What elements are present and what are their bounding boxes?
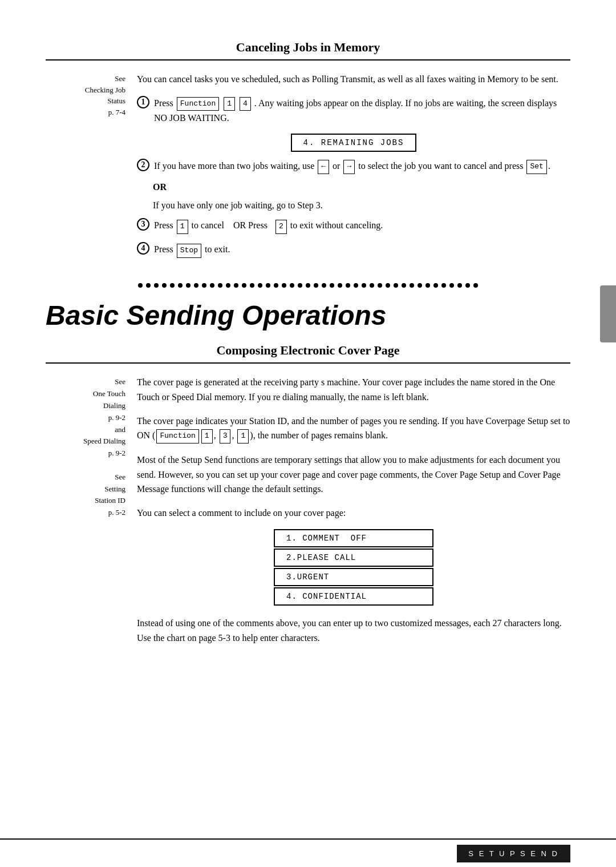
dot — [362, 283, 366, 288]
dotted-separator — [0, 277, 616, 293]
set-key: Set — [526, 160, 546, 174]
dot — [457, 283, 462, 288]
composing-section: Composing Electronic Cover Page See One … — [0, 343, 616, 666]
step-2-content: If you have more than two jobs waiting, … — [154, 159, 550, 174]
key-3-p2: 3 — [220, 429, 231, 443]
cs-stationid: Station ID — [46, 495, 125, 507]
dot — [449, 283, 454, 288]
dot — [346, 283, 350, 288]
dot — [322, 283, 326, 288]
composing-content: See One Touch Dialing p. 9-2 and Speed D… — [46, 375, 570, 654]
cs-and: and — [46, 424, 125, 436]
canceling-sidebar: See Checking Job Status p. 7-4 — [46, 72, 137, 266]
dot — [266, 283, 270, 288]
dot — [170, 283, 175, 288]
dot — [242, 283, 246, 288]
comment-1: 1. COMMENT OFF — [274, 529, 433, 547]
dot — [258, 283, 262, 288]
step-1-circle: 1 — [137, 96, 149, 108]
dot — [210, 283, 214, 288]
dot — [338, 283, 342, 288]
dot — [386, 283, 390, 288]
dot — [226, 283, 230, 288]
dot — [465, 283, 470, 288]
dot — [441, 283, 446, 288]
sidebar-checking: Checking Job — [46, 84, 125, 96]
step-2-item: 2 If you have more than two jobs waiting… — [137, 159, 570, 174]
remaining-jobs-display: 4. REMAINING JOBS — [291, 134, 417, 152]
sidebar-status: Status — [46, 95, 125, 107]
step-4-circle: 4 — [137, 242, 149, 255]
dot — [146, 283, 151, 288]
composing-main: The cover page is generated at the recei… — [137, 375, 570, 654]
dot — [410, 283, 414, 288]
left-arrow-key: ← — [318, 160, 329, 174]
dot — [394, 283, 398, 288]
dot — [314, 283, 318, 288]
dot — [218, 283, 222, 288]
composing-para1: The cover page is generated at the recei… — [137, 375, 570, 404]
key-2-exit: 2 — [275, 220, 287, 234]
dot — [138, 283, 143, 288]
key-4: 4 — [240, 97, 251, 111]
key-1-cancel: 1 — [177, 220, 188, 234]
composing-para2: The cover page indicates your Station ID… — [137, 414, 570, 443]
cs-p52: p. 5-2 — [46, 507, 125, 519]
cs-setting: Setting — [46, 483, 125, 495]
dot — [250, 283, 254, 288]
key-1: 1 — [224, 97, 235, 111]
cs-dialing: Dialing — [46, 400, 125, 412]
dot — [194, 283, 198, 288]
dot — [234, 283, 238, 288]
right-arrow-key: → — [343, 160, 355, 174]
key-1b-p2: 1 — [237, 429, 249, 443]
cs-see1: See — [46, 376, 125, 388]
comment-boxes: 1. COMMENT OFF 2.PLEASE CALL 3.URGENT 4.… — [274, 529, 433, 607]
page-footer: S E T U P S E N D — [0, 838, 616, 867]
dot — [418, 283, 422, 288]
dot — [370, 283, 374, 288]
dot — [178, 283, 183, 288]
dot — [330, 283, 334, 288]
dot — [154, 283, 159, 288]
cs-p92b: p. 9-2 — [46, 447, 125, 459]
composing-para3: Most of the Setup Send functions are tem… — [137, 453, 570, 497]
cs-speed: Speed Dialing — [46, 435, 125, 447]
dot — [378, 283, 382, 288]
step-3-item: 3 Press 1 to cancel OR Press 2 to exit w… — [137, 218, 570, 234]
footer-label: S E T U P S E N D — [457, 845, 570, 862]
dot — [306, 283, 310, 288]
step-4-content: Press Stop to exit. — [154, 242, 230, 258]
step-4-item: 4 Press Stop to exit. — [137, 242, 570, 258]
function-key: Function — [177, 97, 219, 111]
canceling-intro: You can cancel tasks you ve scheduled, s… — [137, 72, 570, 87]
step-1-item: 1 Press Function 1 4 . Any waiting jobs … — [137, 96, 570, 126]
dot — [282, 283, 286, 288]
cs-onetouch: One Touch — [46, 388, 125, 400]
dot — [473, 283, 478, 288]
dot — [402, 283, 406, 288]
dot — [425, 283, 430, 288]
bso-title: Basic Sending Operations — [0, 293, 616, 344]
canceling-main: You can cancel tasks you ve scheduled, s… — [137, 72, 570, 266]
right-tab — [600, 285, 616, 342]
composing-para4: You can select a comment to include on y… — [137, 506, 570, 521]
composing-para5: Instead of using one of the comments abo… — [137, 616, 570, 645]
sidebar-page: p. 7-4 — [46, 107, 125, 118]
cs-see2: See — [46, 471, 125, 483]
step-1-content: Press Function 1 4 . Any waiting jobs ap… — [154, 96, 570, 126]
or-text-1: OR — [153, 182, 570, 192]
page-container: Canceling Jobs in Memory See Checking Jo… — [0, 0, 616, 867]
cs-p92a: p. 9-2 — [46, 412, 125, 424]
canceling-jobs-section: Canceling Jobs in Memory See Checking Jo… — [0, 23, 616, 277]
sidebar-see: See — [46, 73, 125, 84]
comment-2: 2.PLEASE CALL — [274, 549, 433, 567]
dot — [354, 283, 358, 288]
key-1-p2: 1 — [201, 429, 213, 443]
dot — [433, 283, 438, 288]
dot — [186, 283, 191, 288]
composing-sidebar: See One Touch Dialing p. 9-2 and Speed D… — [46, 375, 137, 654]
composing-title: Composing Electronic Cover Page — [46, 343, 570, 364]
stop-key: Stop — [177, 244, 201, 258]
comment-4: 4. CONFIDENTIAL — [274, 587, 433, 606]
